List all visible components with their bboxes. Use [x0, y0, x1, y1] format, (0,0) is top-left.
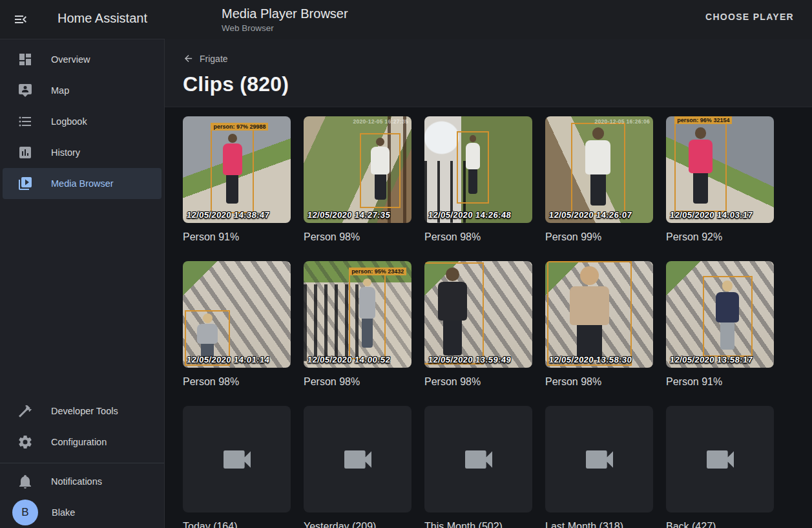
- sidebar-item-label: Developer Tools: [51, 406, 118, 416]
- clip-timestamp: 12/05/2020 14:27:35: [307, 210, 391, 220]
- clip-thumbnail: 2020-12-05 16:26:06 12/05/2020 14:26:07: [545, 116, 653, 223]
- sidebar-item-developer-tools[interactable]: Developer Tools: [3, 396, 161, 427]
- sidebar-toggle-button[interactable]: [12, 10, 30, 28]
- sidebar-item-label: Map: [51, 85, 69, 96]
- media-clip-card[interactable]: 12/05/2020 13:58:30 Person 98%: [545, 261, 653, 406]
- sidebar: Overview Map Logbook History Media Brows…: [0, 39, 165, 528]
- clip-thumbnail: 12/05/2020 14:26:48: [424, 116, 532, 223]
- person-figure: [430, 268, 475, 359]
- sidebar-item-label: Logbook: [51, 116, 87, 127]
- clip-timestamp: 12/05/2020 14:03:17: [669, 210, 753, 220]
- sidebar-item-configuration[interactable]: Configuration: [3, 427, 161, 458]
- detection-label: person: 97% 29988: [211, 123, 268, 131]
- sidebar-item-logbook[interactable]: Logbook: [3, 106, 161, 137]
- sidebar-item-media-browser[interactable]: Media Browser: [3, 168, 161, 199]
- person-figure: [217, 134, 248, 209]
- clip-label: Person 98%: [183, 376, 291, 388]
- tooltip-account-icon: [17, 83, 33, 98]
- clip-label: Person 98%: [304, 231, 411, 243]
- person-figure: [354, 279, 380, 355]
- breadcrumb-back-link[interactable]: Frigate: [183, 53, 228, 64]
- sidebar-spacer: [0, 199, 164, 396]
- media-folder-card[interactable]: Yesterday (209): [304, 406, 411, 528]
- clips-grid: person: 97% 29988 12/05/2020 14:38:47 Pe…: [183, 116, 803, 406]
- clip-thumbnail: 12/05/2020 13:58:17: [666, 261, 774, 368]
- person-figure: [710, 280, 745, 353]
- camera-osd-timestamp: 2020-12-05 16:26:06: [594, 118, 650, 125]
- clip-thumbnail: 2020-12-05 16:27:35 12/05/2020 14:27:35: [304, 116, 411, 223]
- folder-label: This Month (502): [424, 521, 532, 528]
- person-figure: [462, 135, 484, 200]
- panel-subtitle: Web Browser: [222, 23, 348, 34]
- media-clip-card[interactable]: 12/05/2020 13:59:49 Person 98%: [424, 261, 532, 406]
- sidebar-item-overview[interactable]: Overview: [3, 44, 161, 75]
- clip-label: Person 98%: [424, 376, 532, 388]
- sidebar-item-label: Media Browser: [51, 178, 114, 189]
- format-list-bulleted-icon: [17, 114, 33, 129]
- video-icon: [340, 441, 376, 478]
- clip-timestamp: 12/05/2020 13:58:17: [669, 355, 753, 364]
- hammer-icon: [17, 403, 33, 419]
- detection-label: person: 96% 32154: [674, 116, 732, 124]
- clip-thumbnail: person: 97% 29988 12/05/2020 14:38:47: [183, 116, 291, 223]
- app-header: Home Assistant Media Player Browser Web …: [0, 0, 812, 39]
- media-clip-card[interactable]: person: 97% 29988 12/05/2020 14:38:47 Pe…: [183, 116, 291, 261]
- video-icon: [702, 441, 738, 478]
- video-icon: [219, 441, 255, 478]
- detection-box: [571, 123, 625, 215]
- clip-label: Person 98%: [424, 231, 532, 243]
- clip-timestamp: 12/05/2020 14:38:47: [186, 210, 270, 220]
- sidebar-item-map[interactable]: Map: [3, 75, 161, 106]
- detection-box: person: 96% 32154: [674, 123, 726, 213]
- sidebar-item-user-profile[interactable]: B Blake: [3, 497, 161, 528]
- clip-label: Person 98%: [304, 376, 411, 388]
- folder-label: Yesterday (209): [304, 521, 411, 528]
- clip-label: Person 91%: [666, 376, 774, 388]
- sidebar-secondary-nav: Developer Tools Configuration: [0, 396, 164, 458]
- video-icon: [581, 441, 618, 478]
- media-clip-card[interactable]: 12/05/2020 13:58:17 Person 91%: [666, 261, 774, 406]
- breadcrumb-label: Frigate: [200, 54, 228, 64]
- clip-timestamp: 12/05/2020 14:26:07: [548, 210, 632, 220]
- clip-timestamp: 12/05/2020 14:00:52: [307, 355, 391, 364]
- detection-box: [360, 133, 401, 208]
- detection-label: person: 95% 23432: [349, 268, 406, 275]
- media-clip-card[interactable]: person: 96% 32154 12/05/2020 14:03:17 Pe…: [666, 116, 774, 261]
- sidebar-item-history[interactable]: History: [3, 137, 161, 168]
- choose-player-button[interactable]: CHOOSE PLAYER: [702, 11, 798, 23]
- clip-thumbnail: 12/05/2020 13:58:30: [545, 261, 653, 368]
- clip-thumbnail: person: 95% 23432 12/05/2020 14:00:52: [304, 261, 411, 368]
- clip-label: Person 98%: [545, 376, 653, 388]
- media-clip-card[interactable]: 2020-12-05 16:27:35 12/05/2020 14:27:35 …: [304, 116, 411, 261]
- sidebar-item-label: History: [51, 147, 80, 158]
- media-clip-card[interactable]: person: 95% 23432 12/05/2020 14:00:52 Pe…: [304, 261, 411, 406]
- clip-timestamp: 12/05/2020 14:01:14: [186, 355, 270, 364]
- clip-label: Person 99%: [545, 231, 653, 243]
- media-clip-card[interactable]: 12/05/2020 14:01:14 Person 98%: [183, 261, 291, 406]
- app-title: Home Assistant: [57, 11, 147, 26]
- detection-box: person: 95% 23432: [349, 274, 386, 359]
- cog-icon: [17, 434, 33, 450]
- panel-title-block: Media Player Browser Web Browser: [222, 6, 348, 34]
- sidebar-item-notifications[interactable]: Notifications: [3, 466, 161, 497]
- detection-box: person: 97% 29988: [211, 129, 254, 213]
- folder-label: Last Month (318): [545, 521, 653, 528]
- page-title: Clips (820): [183, 72, 794, 96]
- notifications-label: Notifications: [51, 476, 102, 487]
- bell-icon: [17, 474, 33, 489]
- folders-grid: Today (164) Yesterday (209) This Month (…: [183, 406, 803, 528]
- clip-timestamp: 12/05/2020 13:59:49: [428, 355, 512, 364]
- detection-box: [424, 262, 484, 364]
- media-folder-card[interactable]: Back (427): [666, 406, 774, 528]
- clip-timestamp: 12/05/2020 13:58:30: [548, 355, 632, 364]
- media-folder-card[interactable]: Last Month (318): [545, 406, 653, 528]
- arrow-left-icon: [183, 53, 194, 64]
- media-clip-card[interactable]: 12/05/2020 14:26:48 Person 98%: [424, 116, 532, 261]
- media-folder-card[interactable]: This Month (502): [424, 406, 532, 528]
- chart-box-icon: [17, 145, 33, 160]
- clip-thumbnail: 12/05/2020 13:59:49: [424, 261, 532, 368]
- person-figure: [682, 127, 719, 207]
- detection-box: [703, 276, 753, 357]
- media-folder-card[interactable]: Today (164): [183, 406, 291, 528]
- media-clip-card[interactable]: 2020-12-05 16:26:06 12/05/2020 14:26:07 …: [545, 116, 653, 261]
